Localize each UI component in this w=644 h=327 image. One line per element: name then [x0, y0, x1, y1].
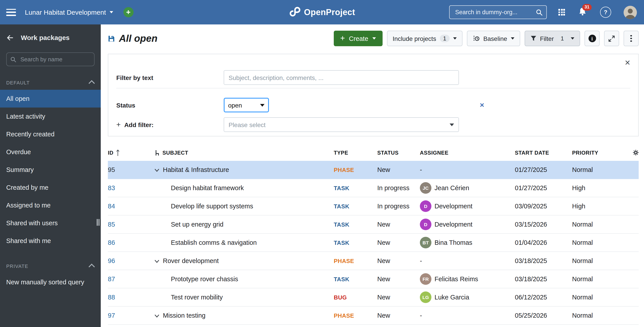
wp-subject[interactable]: Prototype rover chassis — [171, 275, 238, 282]
wp-assignee[interactable]: JCJean Cérien — [420, 182, 515, 194]
wp-assignee[interactable]: - — [420, 257, 515, 264]
help-button[interactable]: ? — [600, 7, 611, 18]
wp-id-link[interactable]: 88 — [108, 294, 115, 301]
create-button[interactable]: + Create — [334, 31, 382, 46]
sidebar-item-all-open[interactable]: All open — [0, 90, 101, 108]
wp-type[interactable]: TASK — [334, 239, 377, 246]
sidebar-item-new-manually-sorted-query[interactable]: New manually sorted query — [0, 273, 101, 291]
wp-id-link[interactable]: 85 — [108, 221, 115, 228]
wp-priority[interactable]: Normal — [572, 294, 623, 301]
wp-subject[interactable]: Design habitat framework — [171, 184, 244, 191]
wp-priority[interactable]: Normal — [572, 257, 623, 264]
assignee-name[interactable]: Luke Garcia — [434, 294, 469, 301]
save-icon[interactable] — [108, 35, 115, 42]
wp-type[interactable]: TASK — [334, 203, 377, 209]
collapse-chevron-icon[interactable] — [154, 312, 159, 319]
sidebar-item-summary[interactable]: Summary — [0, 161, 101, 179]
wp-subject[interactable]: Develop life support systems — [171, 203, 253, 210]
wp-status[interactable]: New — [377, 221, 420, 228]
wp-type[interactable]: TASK — [334, 276, 377, 282]
sidebar-item-created-by-me[interactable]: Created by me — [0, 179, 101, 196]
wp-start-date[interactable]: 03/18/2025 — [515, 275, 572, 282]
wp-priority[interactable]: Normal — [572, 166, 623, 173]
column-header-id[interactable]: ID — [108, 149, 150, 156]
filter-button[interactable]: Filter 1 — [524, 31, 580, 46]
table-row[interactable]: 85Set up energy gridTASKNewDDevelopment0… — [108, 215, 639, 234]
wp-start-date[interactable]: 03/15/2026 — [515, 221, 572, 228]
apps-grid-icon[interactable] — [558, 9, 565, 15]
wp-status[interactable]: New — [377, 239, 420, 246]
wp-status[interactable]: New — [377, 312, 420, 319]
wp-status[interactable]: In progress — [377, 203, 420, 210]
close-icon[interactable]: × — [625, 58, 630, 67]
table-row[interactable]: 88Test rover mobilityBUGNewLGLuke Garcia… — [108, 288, 639, 306]
wp-status[interactable]: New — [377, 275, 420, 282]
table-settings-button[interactable] — [623, 150, 639, 156]
wp-priority[interactable]: Normal — [572, 239, 623, 246]
wp-subject[interactable]: Habitat & Infrastructure — [163, 166, 229, 173]
assignee-name[interactable]: Development — [434, 221, 472, 228]
assignee-name[interactable]: Development — [434, 203, 472, 210]
wp-assignee[interactable]: DDevelopment — [420, 219, 515, 230]
wp-assignee[interactable]: LGLuke Garcia — [420, 291, 515, 303]
wp-type[interactable]: BUG — [334, 294, 377, 300]
wp-id-link[interactable]: 95 — [108, 166, 115, 173]
wp-priority[interactable]: High — [572, 203, 623, 210]
back-arrow-icon[interactable] — [6, 34, 14, 41]
wp-type[interactable]: TASK — [334, 185, 377, 191]
sidebar-resize-handle[interactable] — [97, 219, 100, 226]
column-header-priority[interactable]: PRIORITY — [572, 150, 623, 156]
table-row[interactable]: 83Design habitat frameworkTASKIn progres… — [108, 179, 639, 197]
column-header-status[interactable]: STATUS — [377, 150, 420, 156]
wp-assignee[interactable]: BTBina Thomas — [420, 237, 515, 248]
openproject-logo[interactable]: OpenProject — [289, 0, 355, 25]
wp-type[interactable]: TASK — [334, 221, 377, 228]
sidebar-item-assigned-to-me[interactable]: Assigned to me — [0, 196, 101, 214]
assignee-name[interactable]: Jean Cérien — [434, 184, 469, 191]
wp-id-link[interactable]: 97 — [108, 312, 115, 319]
wp-assignee[interactable]: - — [420, 166, 515, 173]
menu-icon[interactable] — [6, 9, 16, 16]
wp-subject[interactable]: Establish comms & navigation — [171, 239, 257, 246]
column-header-type[interactable]: TYPE — [334, 150, 377, 156]
include-projects-button[interactable]: Include projects 1 — [387, 31, 462, 46]
sidebar-item-latest-activity[interactable]: Latest activity — [0, 108, 101, 125]
wp-start-date[interactable]: 03/18/2025 — [515, 257, 572, 264]
wp-start-date[interactable]: 03/09/2025 — [515, 203, 572, 210]
wp-assignee[interactable]: FRFelicitas Reims — [420, 273, 515, 285]
table-row[interactable]: 96Rover developmentPHASENew-03/18/2025No… — [108, 252, 639, 270]
sidebar-item-recently-created[interactable]: Recently created — [0, 125, 101, 143]
sidebar-item-shared-with-users[interactable]: Shared with users — [0, 214, 101, 232]
wp-id-link[interactable]: 83 — [108, 184, 115, 191]
table-row[interactable]: 95Habitat & InfrastructurePHASENew-01/27… — [108, 161, 639, 179]
wp-subject[interactable]: Set up energy grid — [171, 221, 224, 228]
wp-assignee[interactable]: DDevelopment — [420, 200, 515, 212]
assignee-name[interactable]: Bina Thomas — [434, 239, 472, 246]
wp-id-link[interactable]: 86 — [108, 239, 115, 246]
wp-start-date[interactable]: 05/25/2026 — [515, 312, 572, 319]
table-row[interactable]: 84Develop life support systemsTASKIn pro… — [108, 197, 639, 215]
wp-subject[interactable]: Mission testing — [163, 312, 206, 319]
sidebar-section-header[interactable]: PRIVATE — [6, 263, 94, 269]
column-header-assignee[interactable]: ASSIGNEE — [420, 150, 515, 156]
wp-status[interactable]: In progress — [377, 184, 420, 191]
hierarchy-icon[interactable] — [154, 150, 160, 156]
wp-type[interactable]: PHASE — [334, 257, 377, 264]
column-header-subject[interactable]: SUBJECT — [150, 150, 334, 156]
wp-priority[interactable]: High — [572, 184, 623, 191]
more-menu-button[interactable] — [624, 31, 639, 46]
table-row[interactable]: 87Prototype rover chassisTASKNewFRFelici… — [108, 270, 639, 288]
wp-status[interactable]: New — [377, 294, 420, 301]
info-button[interactable]: i — [584, 31, 600, 46]
wp-id-link[interactable]: 87 — [108, 275, 115, 282]
text-filter-input[interactable] — [224, 70, 459, 85]
wp-start-date[interactable]: 01/27/2025 — [515, 184, 572, 191]
wp-start-date[interactable]: 06/12/2025 — [515, 294, 572, 301]
sidebar-item-shared-with-me[interactable]: Shared with me — [0, 232, 101, 250]
sidebar-search-input[interactable] — [20, 56, 90, 63]
status-select[interactable]: open — [224, 98, 269, 112]
wp-assignee[interactable]: - — [420, 312, 515, 319]
project-switcher[interactable]: Lunar Habitat Development — [25, 9, 113, 16]
remove-filter-icon[interactable]: × — [480, 101, 484, 109]
notifications-button[interactable]: 31 — [578, 7, 587, 18]
